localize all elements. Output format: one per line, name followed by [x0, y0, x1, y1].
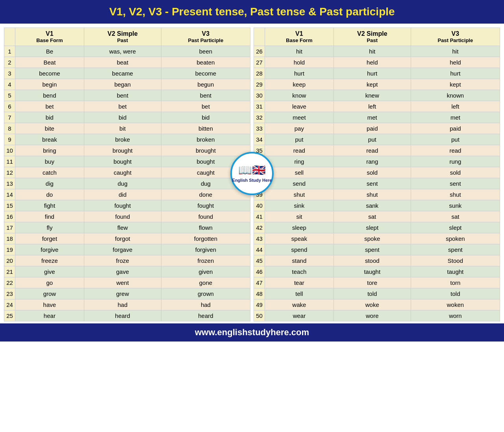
left-v1-cell: catch	[15, 167, 84, 178]
right-v1-cell: sink	[265, 200, 334, 211]
right-table-row: 34 put put put	[254, 134, 500, 145]
right-table-wrapper: V1 Base Form V2 Simple Past V3 Past Part…	[254, 28, 500, 321]
left-num-cell: 14	[4, 189, 15, 200]
right-v1-cell: speak	[265, 233, 334, 244]
right-num-cell: 28	[254, 68, 265, 79]
left-v1-cell: bet	[15, 101, 84, 112]
left-v1-cell: Beat	[15, 57, 84, 68]
right-v1-cell: tear	[265, 277, 334, 288]
right-table-row: 43 speak spoke spoken	[254, 233, 500, 244]
right-v1-cell: put	[265, 134, 334, 145]
left-num-header	[4, 28, 15, 46]
right-v2-cell: tore	[334, 277, 411, 288]
right-num-cell: 26	[254, 46, 265, 57]
right-num-cell: 31	[254, 101, 265, 112]
right-table-row: 36 ring rang rung	[254, 156, 500, 167]
left-table-row: 14 do did done	[4, 189, 250, 200]
right-num-cell: 46	[254, 266, 265, 277]
left-v1-cell: break	[15, 134, 84, 145]
left-v1-cell: grow	[15, 288, 84, 299]
right-num-cell: 30	[254, 90, 265, 101]
right-v2-cell: hurt	[334, 68, 411, 79]
right-v1-cell: meet	[265, 112, 334, 123]
left-num-cell: 24	[4, 299, 15, 310]
left-v3-cell: frozen	[161, 255, 250, 266]
left-num-cell: 12	[4, 167, 15, 178]
left-table-row: 23 grow grew grown	[4, 288, 250, 299]
right-table-row: 49 wake woke woken	[254, 299, 500, 310]
right-v1-cell: pay	[265, 123, 334, 134]
logo-text: English Study Here	[232, 177, 272, 183]
left-num-cell: 7	[4, 112, 15, 123]
left-v2-cell: gave	[84, 266, 161, 277]
left-num-cell: 1	[4, 46, 15, 57]
right-v3-cell: met	[411, 112, 500, 123]
left-v2-cell: heard	[84, 310, 161, 321]
right-v3-cell: rung	[411, 156, 500, 167]
left-v1-cell: fight	[15, 200, 84, 211]
left-v2-cell: went	[84, 277, 161, 288]
left-v2-cell: froze	[84, 255, 161, 266]
left-v3-cell: flown	[161, 222, 250, 233]
right-num-cell: 50	[254, 310, 265, 321]
left-v3-cell: grown	[161, 288, 250, 299]
left-table-row: 22 go went gone	[4, 277, 250, 288]
right-num-cell: 47	[254, 277, 265, 288]
footer-text: www.englishstudyhere.com	[195, 327, 309, 337]
right-table-row: 50 wear wore worn	[254, 310, 500, 321]
left-v2-cell: found	[84, 211, 161, 222]
left-v2-cell: brought	[84, 145, 161, 156]
right-v1-cell: hold	[265, 57, 334, 68]
left-table-row: 24 have had had	[4, 299, 250, 310]
left-v3-cell: forgiven	[161, 244, 250, 255]
left-v2-cell: had	[84, 299, 161, 310]
right-v3-cell: put	[411, 134, 500, 145]
right-table-row: 26 hit hit hit	[254, 46, 500, 57]
left-table-row: 7 bid bid bid	[4, 112, 250, 123]
right-v2-cell: sent	[334, 178, 411, 189]
left-v1-cell: buy	[15, 156, 84, 167]
main-content: V1 Base Form V2 Simple Past V3 Past Part…	[0, 24, 504, 323]
right-v1-cell: tell	[265, 288, 334, 299]
left-num-cell: 18	[4, 233, 15, 244]
right-table-row: 35 read read read	[254, 145, 500, 156]
left-v1-cell: have	[15, 299, 84, 310]
right-v1-cell: ring	[265, 156, 334, 167]
right-v2-cell: held	[334, 57, 411, 68]
right-table-row: 41 sit sat sat	[254, 211, 500, 222]
left-table-row: 1 Be was, were been	[4, 46, 250, 57]
left-v2-header: V2 Simple Past	[84, 28, 161, 46]
right-v1-cell: wake	[265, 299, 334, 310]
left-v1-cell: Be	[15, 46, 84, 57]
right-v2-cell: stood	[334, 255, 411, 266]
left-table-row: 4 begin began begun	[4, 79, 250, 90]
right-v3-cell: paid	[411, 123, 500, 134]
right-v2-cell: paid	[334, 123, 411, 134]
right-v1-cell: shut	[265, 189, 334, 200]
left-num-cell: 16	[4, 211, 15, 222]
left-table-row: 3 become became become	[4, 68, 250, 79]
left-v3-cell: heard	[161, 310, 250, 321]
right-v2-cell: read	[334, 145, 411, 156]
right-v3-cell: hurt	[411, 68, 500, 79]
right-table-row: 28 hurt hurt hurt	[254, 68, 500, 79]
right-v3-header: V3 Past Participle	[411, 28, 500, 46]
right-v1-cell: stand	[265, 255, 334, 266]
right-v2-cell: rang	[334, 156, 411, 167]
left-v2-cell: was, were	[84, 46, 161, 57]
left-v1-cell: give	[15, 266, 84, 277]
right-v3-cell: spent	[411, 244, 500, 255]
left-v3-cell: had	[161, 299, 250, 310]
left-v3-cell: brought	[161, 145, 250, 156]
right-num-cell: 41	[254, 211, 265, 222]
left-v2-cell: bought	[84, 156, 161, 167]
right-v1-cell: hit	[265, 46, 334, 57]
right-num-cell: 43	[254, 233, 265, 244]
left-v3-cell: fought	[161, 200, 250, 211]
right-v2-cell: woke	[334, 299, 411, 310]
right-num-cell: 40	[254, 200, 265, 211]
left-v1-cell: do	[15, 189, 84, 200]
right-v1-cell: send	[265, 178, 334, 189]
right-v3-cell: taught	[411, 266, 500, 277]
left-v3-cell: bent	[161, 90, 250, 101]
